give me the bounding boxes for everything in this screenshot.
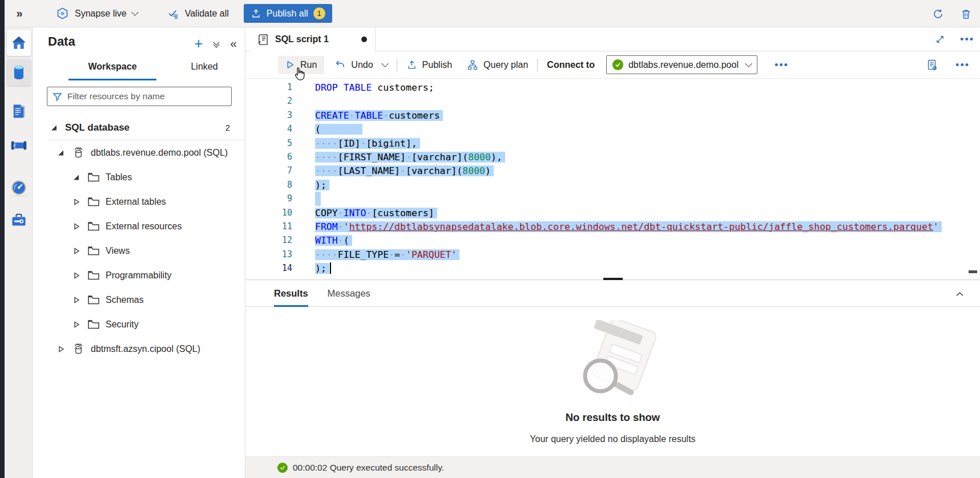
code-line-13[interactable]: 13····FILE_TYPE·=·'PARQUET' [245,248,980,262]
twistie-collapsed-icon[interactable] [72,321,80,328]
code-line-7[interactable]: 7····[LAST_NAME]·[varchar](8000) [245,164,980,178]
tree-item-schemas[interactable]: Schemas [33,287,245,312]
code-line-11[interactable]: 11FROM·'https://dbtlabsynapsedatalake.bl… [245,220,980,234]
collapse-all-icon[interactable] [214,40,219,47]
filter-funnel-icon [52,91,63,102]
tree-item-dbtlabs-revenue-demo-pool-sql[interactable]: dbtlabs.revenue.demo.pool (SQL) [33,140,245,165]
sql-code-editor[interactable]: 1DROP TABLE customers;23CREATE·TABLE·cus… [245,79,980,279]
run-button[interactable]: Run [278,56,324,74]
toolbar-more-icon[interactable]: ••• [775,62,789,68]
query-plan-label: Query plan [483,60,528,70]
validate-all-button[interactable]: Validate all [167,7,229,20]
tab-workspace[interactable]: Workspace [68,62,156,79]
expand-rail-button[interactable]: » [5,7,34,20]
panel-title: Data [48,34,75,49]
results-tab-bar: Results Messages [245,280,980,307]
no-results-subtitle: Your query yielded no displayable result… [245,434,980,444]
nav-data-button[interactable] [7,59,31,86]
code-line-10[interactable]: 10COPY·INTO·[customers] [245,206,980,220]
undo-icon [334,59,346,71]
code-line-8[interactable]: 8); [245,178,980,192]
selection-highlight: ····FILE_TYPE·=·'PARQUET' [315,249,459,260]
tree-item-programmability[interactable]: Programmability [33,263,245,287]
nav-manage-button[interactable] [7,206,31,233]
twistie-collapsed-icon[interactable] [72,223,80,230]
filter-resources-input[interactable] [67,91,227,102]
expand-editor-icon[interactable] [935,34,945,44]
twistie-expanded-icon[interactable] [50,124,58,131]
nav-home-button[interactable] [7,30,31,56]
code-line-4[interactable]: 4( [245,122,980,136]
publish-all-button[interactable]: Publish all 1 [244,4,332,23]
undo-dropdown-chevron[interactable] [381,60,389,67]
code-text: WITH·( [315,233,352,248]
tree-item-external-tables[interactable]: External tables [33,189,245,214]
code-line-5[interactable]: 5····[ID]·[bigint], [245,136,980,151]
code-text: ); [315,261,331,276]
selection-highlight: ); [315,180,329,191]
folder-icon [87,196,100,207]
twistie-collapsed-icon[interactable] [72,199,80,205]
twistie-collapsed-icon[interactable] [72,297,80,303]
add-resource-button[interactable]: + [194,38,203,49]
tree-item-security[interactable]: Security [33,312,245,337]
tree-item-views[interactable]: Views [33,238,245,263]
code-line-3[interactable]: 3CREATE·TABLE·customers [245,108,980,123]
sql-pool-icon [72,342,85,355]
twistie-collapsed-icon[interactable] [72,272,80,279]
query-plan-icon [467,59,478,71]
code-line-14[interactable]: 14); [245,261,980,276]
line-number: 12 [245,233,292,248]
data-panel: Data + « Workspace Linked SQL database2d… [33,27,245,478]
tree-item-external-resources[interactable]: External resources [33,214,245,238]
success-check-icon [277,463,288,473]
tree-item-sql-database[interactable]: SQL database2 [33,115,245,140]
environment-selector[interactable]: Synapse live [56,7,138,20]
validate-all-label: Validate all [185,9,229,19]
trash-icon[interactable] [960,8,972,20]
code-text: ····[ID]·[bigint], [315,136,420,151]
code-line-9[interactable]: 9 [245,192,980,206]
database-icon [11,64,27,81]
collapse-panel-icon[interactable]: « [230,37,237,50]
tab-sql-script-1[interactable]: SQL script 1 [249,27,376,51]
code-line-6[interactable]: 6····[FIRST_NAME]·[varchar](8000), [245,150,980,164]
toolbar-overflow-icon[interactable]: ••• [955,62,970,68]
tree-item-label: External resources [106,221,182,232]
collapse-results-icon[interactable] [954,289,965,299]
tab-messages[interactable]: Messages [328,280,370,307]
selection-highlight: COPY·INTO·[customers] [315,208,437,218]
undo-button[interactable]: Undo [334,59,373,71]
tab-more-actions-icon[interactable]: ••• [960,37,974,42]
query-plan-button[interactable]: Query plan [467,59,528,71]
nav-monitor-button[interactable] [7,175,31,201]
pool-dropdown[interactable]: dbtlabs.revenue.demo.pool [606,55,757,74]
code-text: ····FILE_TYPE·=·'PARQUET' [315,248,459,262]
tree-item-label: Views [106,246,130,256]
twistie-collapsed-icon[interactable] [72,248,80,254]
nav-develop-button[interactable] [7,98,31,124]
nav-integrate-button[interactable] [7,132,31,159]
run-label: Run [300,60,317,70]
twistie-expanded-icon[interactable] [57,149,65,156]
selection-highlight: ····[ID]·[bigint], [315,138,420,149]
undo-label: Undo [351,60,373,70]
refresh-icon[interactable] [932,8,944,20]
tree-item-tables[interactable]: Tables [33,165,245,189]
twistie-collapsed-icon[interactable] [57,346,65,353]
properties-icon[interactable] [926,59,938,71]
line-number: 8 [245,178,292,192]
tab-results[interactable]: Results [274,280,308,307]
twistie-expanded-icon[interactable] [72,174,80,181]
tab-linked[interactable]: Linked [170,62,239,79]
publish-button[interactable]: Publish [406,59,452,70]
folder-icon [87,172,100,183]
code-line-1[interactable]: 1DROP TABLE customers; [245,80,980,95]
code-text: ····[FIRST_NAME]·[varchar](8000), [315,150,505,164]
code-line-2[interactable]: 2 [245,94,980,108]
tree-item-dbtmsft-azsyn-cipool-sql[interactable]: dbtmsft.azsyn.cipool (SQL) [33,337,245,361]
folder-icon [87,294,100,305]
folder-icon [87,221,100,232]
code-line-12[interactable]: 12WITH·( [245,233,980,248]
code-text: DROP TABLE customers; [315,80,434,95]
